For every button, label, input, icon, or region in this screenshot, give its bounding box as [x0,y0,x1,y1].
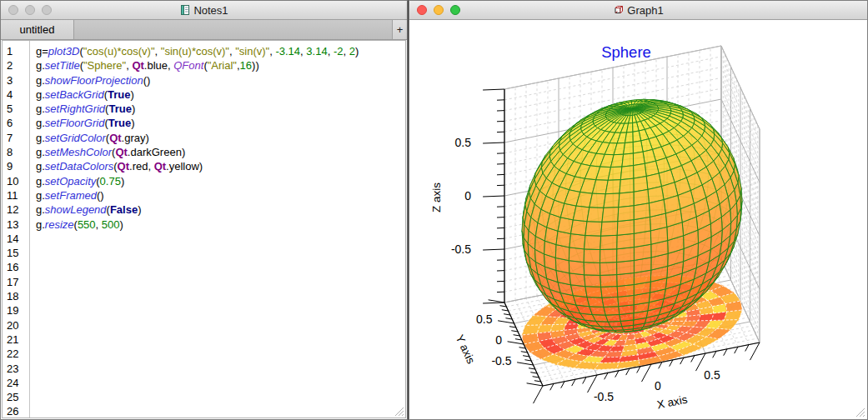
graph-resize-grip[interactable] [854,406,865,418]
line-number: 24 [7,376,29,390]
code-line: g.setOpacity(0.75) [36,174,405,188]
minimize-button[interactable] [25,5,35,15]
line-number: 4 [7,88,29,102]
x-tick-label: 0.5 [704,368,720,382]
line-number: 19 [7,303,29,318]
line-number: 20 [7,318,29,332]
y-axis-title: Y axis [454,332,478,366]
code-line: g=plot3D("cos(u)*cos(v)", "sin(u)*cos(v)… [36,44,405,58]
line-number: 17 [7,275,29,289]
code-line: g.setFramed() [36,188,405,202]
close-button[interactable] [417,5,427,15]
line-number: 5 [7,102,29,116]
plot-title-group: Sphere [601,43,651,61]
code-line: g.showFloorProjection() [36,73,405,88]
graph-titlebar[interactable]: Graph1 [409,1,867,20]
line-number: 10 [7,174,29,188]
graph-title: Graph1 [409,1,867,19]
add-tab-button[interactable]: + [392,20,407,39]
y-tick-label: -0.5 [491,354,511,368]
line-number: 1 [7,44,29,58]
line-number: 13 [7,218,29,232]
line-number: 14 [7,232,29,246]
minimize-button[interactable] [434,5,444,15]
plot-title: Sphere [601,43,651,61]
line-number: 9 [7,159,29,173]
code-pane[interactable]: g=plot3D("cos(u)*cos(v)", "sin(u)*cos(v)… [30,41,405,418]
notes-icon [179,4,191,16]
graph-cube-icon [613,4,625,16]
notes-window-title: Notes1 [193,4,228,17]
line-number: 7 [7,131,29,145]
line-number: 23 [7,362,29,376]
y-tick-label: 0.5 [476,312,493,326]
code-line: g.setGridColor(Qt.gray) [36,131,405,145]
line-number: 6 [7,116,29,130]
tabbar-filler [74,20,392,39]
line-number: 3 [7,73,29,88]
line-number: 11 [7,188,29,202]
script-editor[interactable]: 1234567891011121314151617181920212223242… [2,40,406,418]
close-button[interactable] [8,5,18,15]
tab-untitled[interactable]: untitled [1,20,74,39]
z-axis-title: Z axis [430,182,443,212]
code-line: g.setRightGrid(True) [36,102,405,116]
notes-traffic-lights [8,5,58,15]
x-tick-label: 0 [655,379,661,392]
z-tick-label: 0 [464,189,471,202]
line-number: 21 [7,332,29,347]
line-number: 2 [7,58,29,72]
x-axis-title: X axis [656,393,689,412]
x-tick-label: -0.5 [594,390,614,403]
notes-window: Notes1 untitled + 1234567891011121314151… [0,0,408,420]
code-line: g.setTitle("Sphere", Qt.blue, QFont("Ari… [36,58,405,72]
line-number: 26 [7,404,29,418]
zoom-button[interactable] [450,5,460,15]
zoom-button[interactable] [42,5,52,15]
code-line: g.resize(550, 500) [36,218,405,232]
plot-area[interactable]: -0.5-0.5-0.50000.50.50.5Z axisY axisX ax… [410,21,866,418]
line-number: 12 [7,202,29,217]
graph-window-title: Graph1 [627,4,663,17]
y-tick-label: 0 [495,333,502,347]
notes-tabbar: untitled + [1,20,407,40]
notes-title: Notes1 [1,1,407,19]
sphere-3d-plot[interactable]: -0.5-0.5-0.50000.50.50.5Z axisY axisX ax… [410,21,866,418]
line-number-gutter: 1234567891011121314151617181920212223242… [3,41,30,418]
code-line: g.setBackGrid(True) [36,88,405,102]
line-number: 15 [7,246,29,260]
z-tick-label: 0.5 [455,136,472,149]
notes-resize-grip[interactable] [393,405,404,417]
line-number: 8 [7,145,29,159]
graph-traffic-lights [417,5,467,15]
z-tick-label: -0.5 [451,242,471,256]
line-number: 18 [7,289,29,303]
code-line: g.setMeshColor(Qt.darkGreen) [36,145,405,159]
code-line: g.setFloorGrid(True) [36,116,405,130]
line-number: 22 [7,347,29,361]
line-number: 16 [7,260,29,274]
code-line: g.showLegend(False) [36,202,405,217]
graph-window: Graph1 -0.5-0.5-0.50000.50.50.5Z axisY a… [409,0,868,420]
line-number: 25 [7,390,29,404]
notes-titlebar[interactable]: Notes1 [1,1,407,20]
code-line: g.setDataColors(Qt.red, Qt.yellow) [36,159,405,173]
